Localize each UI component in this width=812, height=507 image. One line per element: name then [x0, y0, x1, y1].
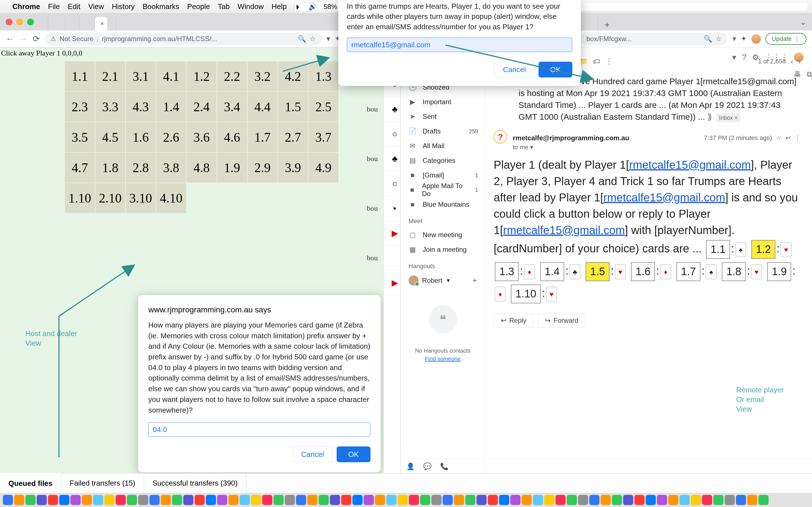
- dock-app-icon[interactable]: [127, 495, 137, 505]
- menu-window[interactable]: Window: [238, 2, 264, 11]
- card-button[interactable]: 1.8: [722, 262, 746, 281]
- card-cell[interactable]: 4.10: [156, 183, 186, 213]
- more-icon[interactable]: ⋮: [795, 134, 801, 142]
- dock-app-icon[interactable]: [273, 495, 284, 505]
- dock-app-icon[interactable]: [679, 495, 690, 505]
- dock-app-icon[interactable]: [138, 495, 148, 505]
- card-cell[interactable]: 4.7: [65, 153, 95, 182]
- card-cell[interactable]: 4.2: [278, 61, 308, 91]
- dock-app-icon[interactable]: [183, 495, 193, 505]
- hangouts-icon[interactable]: 💬: [423, 462, 432, 470]
- card-cell[interactable]: 2.10: [95, 183, 125, 213]
- dock-app-icon[interactable]: [646, 495, 656, 505]
- sidebar-item-categories[interactable]: ▤Categories: [401, 153, 485, 168]
- hangouts-person[interactable]: Robert▼ +: [401, 273, 485, 288]
- expand-icon[interactable]: ⟫: [707, 112, 712, 121]
- profile-avatar[interactable]: [751, 34, 761, 44]
- card-cell[interactable]: 1.4: [156, 92, 186, 122]
- next-icon[interactable]: ›: [798, 57, 801, 66]
- dock-app-icon[interactable]: [465, 495, 475, 505]
- card-cell[interactable]: 3.10: [126, 183, 156, 213]
- dock-app-icon[interactable]: [285, 495, 295, 505]
- zoom-icon[interactable]: 🔍: [298, 35, 306, 43]
- cancel-button[interactable]: Cancel: [292, 446, 333, 462]
- dock-app-icon[interactable]: [409, 495, 419, 505]
- extensions-icon[interactable]: ✦: [741, 34, 747, 43]
- card-cell[interactable]: 3.5: [65, 122, 95, 152]
- dock-app-icon[interactable]: [104, 495, 114, 505]
- phone-icon[interactable]: 📞: [440, 462, 449, 470]
- star-icon[interactable]: ☆: [776, 134, 781, 142]
- dock-app-icon[interactable]: [432, 495, 442, 505]
- dock-app-icon[interactable]: [240, 495, 250, 505]
- dock-app-icon[interactable]: [14, 495, 24, 505]
- active-tab[interactable]: ×: [95, 17, 108, 31]
- back-icon[interactable]: ←: [6, 34, 14, 44]
- email-link[interactable]: rmetcalfe15@gmail.com: [629, 159, 751, 171]
- dock-app-icon[interactable]: [116, 495, 126, 505]
- menu-help[interactable]: Help: [271, 2, 287, 11]
- card-button[interactable]: 1.6: [631, 262, 655, 281]
- sidebar-item-allmail[interactable]: ✉All Mail: [401, 138, 485, 153]
- dock-app-icon[interactable]: [555, 495, 566, 505]
- dock-app-icon[interactable]: [668, 495, 678, 505]
- sidebar-item-sent[interactable]: ➤Sent: [401, 109, 485, 124]
- prompt-input[interactable]: [347, 38, 572, 52]
- dock-app-icon[interactable]: [420, 495, 430, 505]
- dock-app-icon[interactable]: [172, 495, 182, 505]
- cancel-button[interactable]: Cancel: [494, 62, 535, 77]
- extension-icon[interactable]: ▾: [732, 34, 736, 43]
- update-button[interactable]: Update ⋮: [765, 33, 806, 45]
- ok-button[interactable]: OK: [337, 446, 370, 462]
- card-cell[interactable]: 2.7: [278, 122, 308, 152]
- close-icon[interactable]: ×: [100, 20, 104, 27]
- card-button[interactable]: 1.1: [706, 240, 730, 259]
- card-cell[interactable]: 4.9: [308, 153, 338, 182]
- prompt-input[interactable]: [148, 422, 370, 437]
- forward-icon[interactable]: →: [19, 34, 28, 44]
- sidebar-item-important[interactable]: ▶Important: [401, 95, 485, 109]
- dock-app-icon[interactable]: [657, 495, 667, 505]
- card-cell[interactable]: 3.9: [278, 153, 308, 182]
- dock-app-icon[interactable]: [26, 495, 36, 505]
- card-cell[interactable]: 2.1: [95, 61, 125, 91]
- dock-app-icon[interactable]: [3, 495, 13, 505]
- dock-app-icon[interactable]: [149, 495, 160, 505]
- forward-button[interactable]: ↪Forward: [538, 314, 585, 328]
- card-button[interactable]: 1.3: [495, 262, 519, 281]
- card-cell[interactable]: 3.6: [187, 122, 216, 152]
- dock-app-icon[interactable]: [296, 495, 306, 505]
- dock-app-icon[interactable]: [251, 495, 261, 505]
- sidebar-item-bluemountains[interactable]: ■Blue Mountains: [401, 197, 485, 212]
- card-cell[interactable]: 3.8: [156, 153, 186, 182]
- card-cell[interactable]: 3.7: [308, 122, 338, 152]
- dock-app-icon[interactable]: [262, 495, 272, 505]
- sidebar-item-gmail[interactable]: ■[Gmail]1: [401, 168, 485, 182]
- card-cell[interactable]: 4.1: [156, 61, 186, 91]
- dock-app-icon[interactable]: [352, 495, 363, 505]
- dock-app-icon[interactable]: [364, 495, 374, 505]
- card-cell[interactable]: 1.3: [308, 61, 338, 91]
- tab-group[interactable]: [65, 17, 79, 31]
- dock-app-icon[interactable]: [307, 495, 317, 505]
- airplay-icon[interactable]: ⏵: [295, 3, 302, 11]
- dock-app-icon[interactable]: [48, 495, 58, 505]
- menu-view[interactable]: View: [88, 2, 104, 11]
- prev-icon[interactable]: ‹: [791, 57, 794, 66]
- dock-app-icon[interactable]: [195, 495, 205, 505]
- card-cell[interactable]: 1.6: [126, 122, 156, 152]
- dock-app-icon[interactable]: [702, 495, 712, 505]
- dock-app-icon[interactable]: [623, 495, 633, 505]
- window-zoom-icon[interactable]: [27, 18, 34, 25]
- extension-icon[interactable]: ▾: [326, 34, 330, 43]
- card-button[interactable]: 1.2: [751, 240, 775, 259]
- dock-app-icon[interactable]: [635, 495, 645, 505]
- new-meeting[interactable]: ▢New meeting: [401, 228, 485, 242]
- dock-app-icon[interactable]: [476, 495, 487, 505]
- menu-tab[interactable]: Tab: [218, 2, 230, 11]
- dock-app-icon[interactable]: [533, 495, 543, 505]
- tab-group[interactable]: [48, 17, 65, 31]
- card-cell[interactable]: 2.9: [248, 153, 277, 182]
- menu-history[interactable]: History: [112, 2, 135, 11]
- menu-people[interactable]: People: [187, 2, 210, 11]
